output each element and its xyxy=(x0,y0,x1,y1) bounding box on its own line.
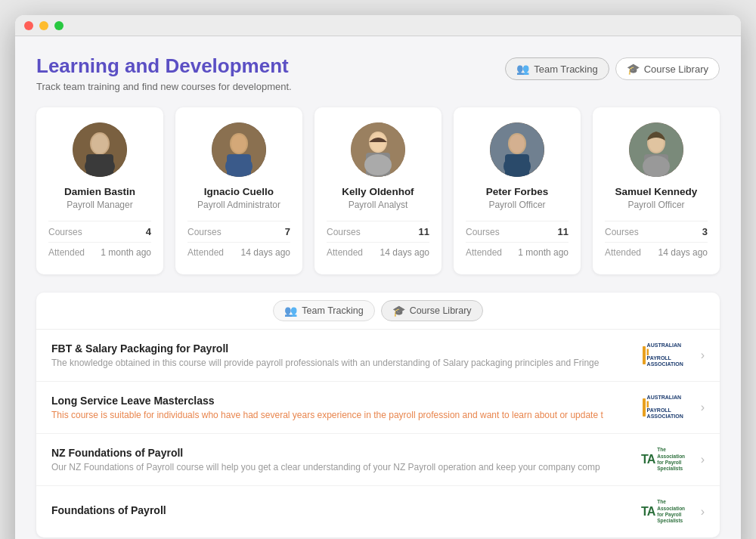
attended-label-0: Attended xyxy=(48,247,85,258)
header-left: Learning and Development Track team trai… xyxy=(36,54,292,92)
course-item-1[interactable]: Long Service Leave Masterclass This cour… xyxy=(36,382,720,434)
team-card-2[interactable]: Kelly Oldenhof Payroll Analyst Courses 1… xyxy=(314,107,442,274)
svg-point-14 xyxy=(364,154,392,175)
tab-course-library[interactable]: 🎓 Course Library xyxy=(615,57,720,80)
courses-row-0: Courses 4 xyxy=(48,221,151,242)
courses-label-4: Courses xyxy=(605,227,639,237)
course-item-2[interactable]: NZ Foundations of Payroll Our NZ Foundat… xyxy=(36,434,720,486)
courses-row-4: Courses 3 xyxy=(605,221,708,242)
provider-logo-apa-0: AUSTRALIAN ▌ PAYROLL ASSOCIATION xyxy=(633,342,693,369)
ta-letters-2: TA xyxy=(641,453,655,466)
course-info-3: Foundations of Payroll xyxy=(51,504,621,519)
course-item-0[interactable]: FBT & Salary Packaging for Payroll The k… xyxy=(36,330,720,382)
bottom-team-icon: 👥 xyxy=(284,305,297,317)
apa-bar-0 xyxy=(643,346,646,364)
member-stats-3: Courses 11 Attended 1 month ago xyxy=(466,221,569,262)
svg-point-7 xyxy=(231,135,246,153)
minimize-button[interactable] xyxy=(39,21,48,30)
course-title-0: FBT & Salary Packaging for Payroll xyxy=(51,342,621,355)
svg-point-4 xyxy=(85,156,115,177)
bottom-team-label: Team Tracking xyxy=(302,305,363,316)
course-item-3[interactable]: Foundations of Payroll TA The Associatio… xyxy=(36,486,720,537)
course-title-2: NZ Foundations of Payroll xyxy=(51,447,621,459)
courses-value-0: 4 xyxy=(146,226,151,237)
courses-label-2: Courses xyxy=(327,227,361,237)
tab-team-tracking-label: Team Tracking xyxy=(534,64,598,75)
bottom-course-icon: 🎓 xyxy=(392,305,405,317)
attended-row-1: Attended 14 days ago xyxy=(187,242,290,262)
attended-row-4: Attended 14 days ago xyxy=(605,242,708,262)
courses-value-1: 7 xyxy=(285,226,290,237)
avatar-3 xyxy=(490,122,544,177)
provider-logo-apa-1: AUSTRALIAN ▌ PAYROLL ASSOCIATION xyxy=(633,394,693,421)
ta-text-2: The Association for Payroll Specialists xyxy=(657,447,684,472)
header-tabs: 👥 Team Tracking 🎓 Course Library xyxy=(505,57,720,80)
course-info-0: FBT & Salary Packaging for Payroll The k… xyxy=(51,342,621,368)
courses-value-4: 3 xyxy=(702,226,708,237)
svg-point-24 xyxy=(643,156,670,177)
team-card-3[interactable]: Peter Forbes Payroll Officer Courses 11 … xyxy=(454,107,581,274)
chevron-right-1: › xyxy=(701,401,705,414)
member-role-3: Payroll Officer xyxy=(488,200,545,210)
team-cards: Damien Bastin Payroll Manager Courses 4 … xyxy=(36,107,720,274)
page-subtitle: Track team training and find new courses… xyxy=(36,81,292,92)
chevron-right-3: › xyxy=(701,505,705,519)
course-info-2: NZ Foundations of Payroll Our NZ Foundat… xyxy=(51,447,621,472)
ta-letters-3: TA xyxy=(641,505,655,519)
course-right-3: TA The Association for Payroll Specialis… xyxy=(633,498,705,525)
courses-row-2: Courses 11 xyxy=(327,221,429,242)
course-list: FBT & Salary Packaging for Payroll The k… xyxy=(36,330,720,537)
attended-value-3: 1 month ago xyxy=(518,247,569,258)
course-right-0: AUSTRALIAN ▌ PAYROLL ASSOCIATION › xyxy=(633,342,705,369)
team-card-0[interactable]: Damien Bastin Payroll Manager Courses 4 … xyxy=(36,107,163,274)
attended-label-1: Attended xyxy=(187,247,224,258)
page-title: Learning and Development xyxy=(36,54,292,78)
tab-course-library-label: Course Library xyxy=(644,64,708,75)
course-info-1: Long Service Leave Masterclass This cour… xyxy=(51,395,621,420)
team-tracking-icon: 👥 xyxy=(516,63,529,75)
attended-value-2: 14 days ago xyxy=(380,247,429,258)
course-title-3: Foundations of Payroll xyxy=(51,504,621,516)
course-title-1: Long Service Leave Masterclass xyxy=(51,395,621,407)
attended-label-4: Attended xyxy=(605,247,641,258)
close-button[interactable] xyxy=(24,21,33,30)
attended-label-2: Attended xyxy=(327,247,363,258)
course-desc-0: The knowledge obtained in this course wi… xyxy=(51,358,621,368)
attended-row-3: Attended 1 month ago xyxy=(466,242,569,262)
member-role-0: Payroll Manager xyxy=(67,200,132,210)
avatar-2 xyxy=(351,122,405,177)
courses-row-3: Courses 11 xyxy=(466,221,569,242)
courses-value-2: 11 xyxy=(419,226,429,237)
team-card-1[interactable]: Ignacio Cuello Payroll Administrator Cou… xyxy=(175,107,302,274)
provider-logo-ta-2: TA The Association for Payroll Specialis… xyxy=(633,446,693,473)
svg-point-19 xyxy=(503,156,531,177)
maximize-button[interactable] xyxy=(54,21,64,30)
member-stats-0: Courses 4 Attended 1 month ago xyxy=(48,221,151,262)
member-name-1: Ignacio Cuello xyxy=(204,186,274,197)
main-content: Learning and Development Track team trai… xyxy=(15,36,741,539)
provider-logo-ta-3: TA The Association for Payroll Specialis… xyxy=(633,498,693,525)
course-library-icon: 🎓 xyxy=(627,63,640,75)
apa-text-1: AUSTRALIAN ▌ PAYROLL ASSOCIATION xyxy=(647,395,683,420)
member-name-2: Kelly Oldenhof xyxy=(342,186,414,197)
member-stats-4: Courses 3 Attended 14 days ago xyxy=(605,221,708,262)
svg-point-17 xyxy=(510,135,525,153)
attended-value-0: 1 month ago xyxy=(101,247,151,258)
member-stats-2: Courses 11 Attended 14 days ago xyxy=(327,221,429,262)
attended-row-2: Attended 14 days ago xyxy=(327,242,429,262)
member-name-3: Peter Forbes xyxy=(486,186,549,197)
courses-row-1: Courses 7 xyxy=(187,221,290,242)
bottom-tab-course-library[interactable]: 🎓 Course Library xyxy=(381,300,483,321)
chevron-right-0: › xyxy=(701,348,705,362)
bottom-tabs-bar: 👥 Team Tracking 🎓 Course Library xyxy=(36,293,720,330)
bottom-course-label: Course Library xyxy=(410,305,472,316)
tab-team-tracking[interactable]: 👥 Team Tracking xyxy=(505,57,609,80)
team-card-4[interactable]: Samuel Kennedy Payroll Officer Courses 3… xyxy=(593,107,720,274)
attended-value-1: 14 days ago xyxy=(241,247,290,258)
courses-value-3: 11 xyxy=(558,226,569,237)
svg-point-9 xyxy=(225,156,253,177)
bottom-tab-team-tracking[interactable]: 👥 Team Tracking xyxy=(273,300,374,321)
member-role-1: Payroll Administrator xyxy=(197,200,280,210)
apa-text-0: AUSTRALIAN ▌ PAYROLL ASSOCIATION xyxy=(647,342,683,368)
member-name-0: Damien Bastin xyxy=(64,186,135,197)
